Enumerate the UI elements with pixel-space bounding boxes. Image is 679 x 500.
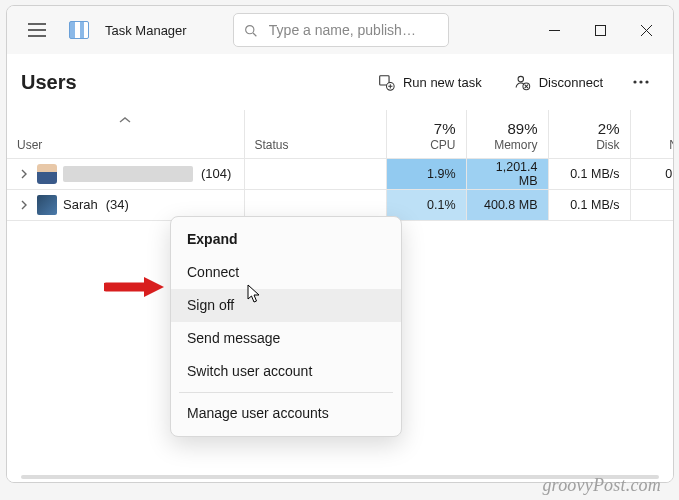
column-header-disk[interactable]: 2% Disk	[548, 110, 630, 158]
search-icon	[244, 23, 257, 38]
disk-cell: 0.1 MB/s	[548, 189, 630, 220]
context-menu: Expand Connect Sign off Send message Swi…	[170, 216, 402, 437]
svg-point-7	[639, 80, 642, 83]
avatar	[37, 164, 57, 184]
menu-button[interactable]	[19, 12, 55, 48]
search-box[interactable]	[233, 13, 449, 47]
column-header-network[interactable]: Netw	[630, 110, 673, 158]
column-header-memory[interactable]: 89% Memory	[466, 110, 548, 158]
disk-cell: 0.1 MB/s	[548, 158, 630, 189]
memory-cell: 1,201.4 MB	[466, 158, 548, 189]
separator	[179, 392, 393, 393]
expand-toggle[interactable]	[17, 167, 31, 181]
ctx-manage-users[interactable]: Manage user accounts	[171, 397, 401, 430]
ctx-send-message[interactable]: Send message	[171, 322, 401, 355]
search-input[interactable]	[267, 21, 438, 39]
watermark: groovyPost.com	[542, 475, 661, 496]
window-buttons	[531, 14, 669, 46]
svg-point-0	[245, 25, 253, 33]
cpu-cell: 0.1%	[386, 189, 466, 220]
ctx-connect[interactable]: Connect	[171, 256, 401, 289]
memory-cell: 400.8 MB	[466, 189, 548, 220]
network-cell: 0 M	[630, 189, 673, 220]
network-cell: 0.1 M	[630, 158, 673, 189]
ctx-expand[interactable]: Expand	[171, 223, 401, 256]
titlebar: Task Manager	[7, 6, 673, 54]
cpu-cell: 1.9%	[386, 158, 466, 189]
svg-point-6	[633, 80, 636, 83]
column-header-cpu[interactable]: 7% CPU	[386, 110, 466, 158]
process-count: (34)	[106, 197, 129, 212]
svg-rect-1	[595, 25, 605, 35]
ctx-switch-user[interactable]: Switch user account	[171, 355, 401, 388]
users-table: User Status 7% CPU 89% Memory 2% Disk	[7, 110, 673, 221]
user-name-redacted	[63, 166, 193, 182]
more-icon	[633, 80, 649, 84]
maximize-button[interactable]	[577, 14, 623, 46]
disconnect-button[interactable]: Disconnect	[502, 65, 615, 99]
table-row[interactable]: (104) 1.9% 1,201.4 MB 0.1 MB/s 0.1 M	[7, 158, 673, 189]
toolbar: Users Run new task Disconnect	[7, 54, 673, 110]
run-new-task-button[interactable]: Run new task	[366, 65, 494, 99]
disconnect-icon	[514, 74, 531, 91]
column-header-status[interactable]: Status	[244, 110, 386, 158]
minimize-button[interactable]	[531, 14, 577, 46]
page-title: Users	[21, 71, 77, 94]
app-title: Task Manager	[105, 23, 187, 38]
svg-point-8	[645, 80, 648, 83]
user-name: Sarah	[63, 197, 98, 212]
app-icon	[67, 18, 91, 42]
run-task-icon	[378, 74, 395, 91]
close-button[interactable]	[623, 14, 669, 46]
run-new-task-label: Run new task	[403, 75, 482, 90]
avatar	[37, 195, 57, 215]
more-button[interactable]	[623, 65, 659, 99]
column-header-user[interactable]: User	[7, 110, 244, 158]
status-cell	[244, 158, 386, 189]
svg-point-4	[518, 76, 523, 81]
expand-toggle[interactable]	[17, 198, 31, 212]
disconnect-label: Disconnect	[539, 75, 603, 90]
chevron-up-icon	[119, 113, 131, 127]
ctx-sign-off[interactable]: Sign off	[171, 289, 401, 322]
process-count: (104)	[201, 166, 231, 181]
